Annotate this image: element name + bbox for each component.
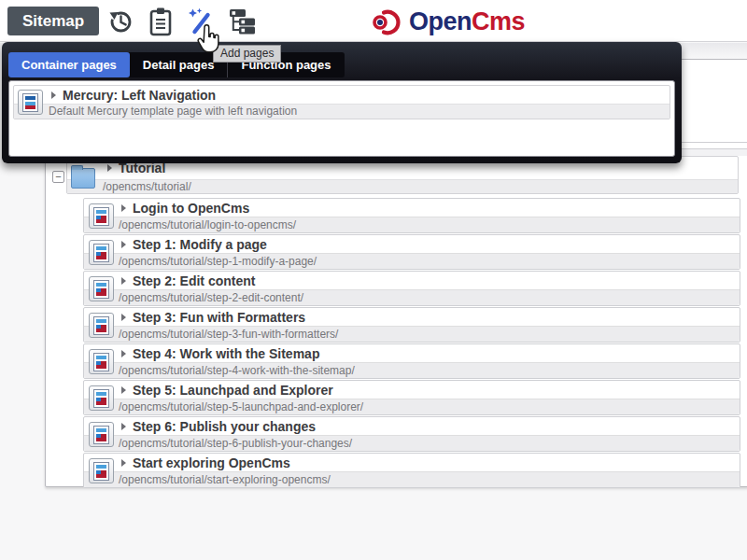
panel-content: Mercury: Left Navigation Default Mercury…: [8, 80, 675, 157]
sitemap-tree-icon[interactable]: [227, 6, 259, 37]
entry-title: Step 1: Modify a page: [133, 237, 267, 252]
entry-path: /opencms/tutorial/step-2-edit-content/: [84, 289, 740, 305]
entry-path: /opencms/tutorial/: [67, 179, 738, 193]
container-page-icon: [89, 313, 114, 338]
entry-path: /opencms/tutorial/login-to-opencms/: [84, 217, 740, 232]
expand-arrow-icon[interactable]: [121, 459, 126, 467]
sitemap-entry[interactable]: Step 2: Edit content /opencms/tutorial/s…: [83, 271, 740, 306]
entry-path: /opencms/tutorial/step-5-launchpad-and-e…: [84, 399, 740, 414]
container-page-icon: [18, 90, 43, 115]
expand-arrow-icon[interactable]: [107, 164, 112, 172]
opencms-logo: OpenCms: [370, 6, 525, 37]
sitemap-menu-button[interactable]: Sitemap: [7, 7, 99, 35]
sitemap-entry[interactable]: Login to OpenCms /opencms/tutorial/login…: [83, 198, 740, 233]
container-page-icon: [89, 349, 114, 374]
sitemap-children-list: Login to OpenCms /opencms/tutorial/login…: [83, 198, 740, 489]
container-page-icon: [89, 422, 114, 447]
logo-text-cms: Cms: [472, 7, 525, 35]
template-title: Mercury: Left Navigation: [63, 88, 216, 103]
template-item-mercury[interactable]: Mercury: Left Navigation Default Mercury…: [13, 85, 670, 119]
entry-title: Step 4: Work with the Sitemap: [133, 346, 319, 361]
entry-path: /opencms/tutorial/step-4-work-with-the-s…: [84, 362, 740, 378]
expand-arrow-icon[interactable]: [121, 277, 126, 285]
entry-path: /opencms/tutorial/step-6-publish-your-ch…: [84, 435, 740, 451]
expand-arrow-icon[interactable]: [121, 423, 126, 430]
entry-title: Start exploring OpenCms: [133, 455, 290, 470]
entry-title: Login to OpenCms: [133, 201, 249, 216]
entry-title: Step 6: Publish your changes: [133, 419, 316, 434]
sitemap-entry[interactable]: Start exploring OpenCms /opencms/tutoria…: [83, 453, 740, 488]
entry-title: Step 2: Edit content: [133, 273, 255, 288]
magic-wand-icon[interactable]: [185, 6, 217, 37]
folder-icon: [71, 168, 95, 189]
logo-text-open: Open: [409, 7, 472, 35]
panel-tab-bar: Container pages Detail pages Function pa…: [8, 52, 345, 77]
sitemap-entry[interactable]: Step 4: Work with the Sitemap /opencms/t…: [83, 343, 740, 379]
entry-title: Step 3: Fun with Formatters: [133, 310, 305, 325]
collapse-toggle-icon[interactable]: −: [52, 171, 64, 183]
tab-container-pages[interactable]: Container pages: [8, 52, 130, 77]
template-description: Default Mercury template page with left …: [14, 104, 669, 119]
add-pages-tooltip: Add pages: [213, 45, 281, 63]
sitemap-entry[interactable]: Step 5: Launchpad and Explorer /opencms/…: [83, 380, 740, 415]
entry-path: /opencms/tutorial/start-exploring-opencm…: [84, 471, 740, 487]
sitemap-entry[interactable]: Step 3: Fun with Formatters /opencms/tut…: [83, 307, 740, 343]
entry-title: Step 5: Launchpad and Explorer: [133, 383, 333, 398]
sitemap-entry[interactable]: Step 1: Modify a page /opencms/tutorial/…: [83, 234, 740, 270]
container-page-icon: [89, 203, 114, 229]
opencms-logo-mark: [370, 6, 407, 37]
history-icon[interactable]: [105, 6, 136, 37]
clipboard-icon[interactable]: [145, 6, 176, 37]
expand-arrow-icon[interactable]: [121, 204, 126, 212]
add-pages-panel: Container pages Detail pages Function pa…: [2, 42, 682, 163]
expand-arrow-icon[interactable]: [51, 91, 56, 99]
expand-arrow-icon[interactable]: [121, 386, 126, 394]
container-page-icon: [89, 240, 114, 265]
opencms-sitemap-editor: − Tutorial /opencms/tutorial/ Login to O…: [0, 0, 747, 560]
container-page-icon: [89, 458, 114, 483]
entry-path: /opencms/tutorial/step-3-fun-with-format…: [84, 326, 740, 342]
expand-arrow-icon[interactable]: [121, 241, 126, 248]
container-page-icon: [89, 385, 114, 411]
expand-arrow-icon[interactable]: [121, 350, 126, 357]
expand-arrow-icon[interactable]: [121, 314, 126, 321]
sitemap-entry[interactable]: Step 6: Publish your changes /opencms/tu…: [83, 416, 740, 452]
entry-path: /opencms/tutorial/step-1-modify-a-page/: [84, 253, 740, 269]
container-page-icon: [89, 276, 114, 301]
top-toolbar: Sitemap: [0, 0, 747, 42]
